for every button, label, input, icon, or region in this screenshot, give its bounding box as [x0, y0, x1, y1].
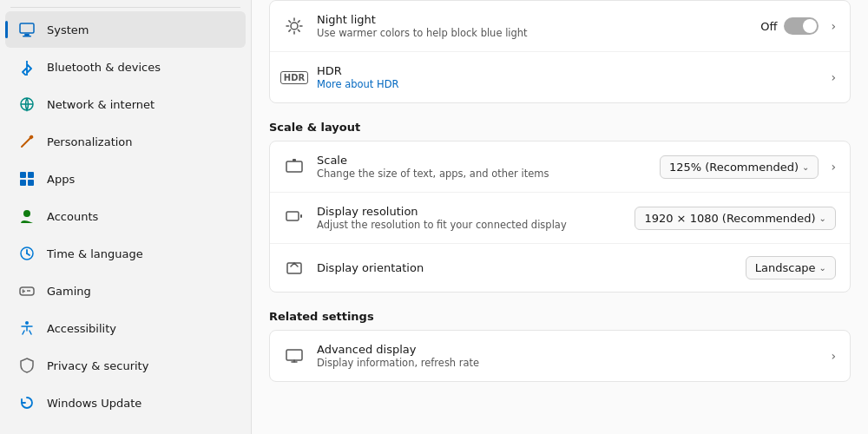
apps-icon — [17, 169, 36, 188]
advanced-display-title: Advanced display — [317, 343, 813, 356]
accessibility-icon — [17, 319, 36, 338]
display-orientation-title: Display orientation — [317, 261, 733, 274]
setting-row-scale[interactable]: ScaleChange the size of text, apps, and … — [270, 141, 850, 193]
display-orientation-dropdown[interactable]: Landscape⌄ — [746, 256, 836, 279]
sidebar-item-label-update: Windows Update — [47, 397, 141, 410]
svg-point-10 — [23, 210, 30, 217]
scale-chevron[interactable]: › — [831, 160, 836, 174]
advanced-display-subtitle: Display information, refresh rate — [317, 357, 813, 369]
display-resolution-dropdown-arrow: ⌄ — [819, 214, 826, 223]
display-resolution-dropdown[interactable]: 1920 × 1080 (Recommended)⌄ — [635, 207, 836, 230]
scale-dropdown-value: 125% (Recommended) — [669, 161, 799, 174]
sidebar-item-update[interactable]: Windows Update — [5, 385, 246, 421]
advanced-display-text: Advanced displayDisplay information, ref… — [317, 343, 813, 369]
setting-row-display-orientation[interactable]: Display orientationLandscape⌄ — [270, 244, 850, 292]
privacy-icon — [17, 356, 36, 375]
setting-row-advanced-display[interactable]: Advanced displayDisplay information, ref… — [270, 331, 850, 381]
section-label-scale-layout: Scale & layout — [269, 121, 851, 134]
hdr-icon: HDR — [284, 67, 305, 88]
advanced-display-icon — [284, 345, 305, 366]
sidebar-item-privacy[interactable]: Privacy & security — [5, 347, 246, 384]
scale-subtitle: Change the size of text, apps, and other… — [317, 168, 648, 180]
time-icon — [17, 244, 36, 263]
hdr-chevron[interactable]: › — [831, 70, 836, 84]
scale-dropdown[interactable]: 125% (Recommended)⌄ — [660, 155, 819, 179]
night-light-toggle[interactable] — [784, 17, 819, 35]
sidebar-item-time[interactable]: Time & language — [5, 235, 246, 272]
display-resolution-subtitle: Adjust the resolution to fit your connec… — [317, 219, 622, 231]
hdr-subtitle[interactable]: More about HDR — [317, 78, 813, 90]
display-orientation-dropdown-value: Landscape — [755, 261, 816, 274]
scale-title: Scale — [317, 154, 648, 167]
display-orientation-control[interactable]: Landscape⌄ — [746, 256, 836, 279]
svg-rect-31 — [286, 212, 299, 220]
sidebar-item-label-bluetooth: Bluetooth & devices — [47, 61, 161, 74]
setting-row-display-resolution[interactable]: Display resolutionAdjust the resolution … — [270, 193, 850, 244]
display-resolution-dropdown-value: 1920 × 1080 (Recommended) — [644, 212, 815, 225]
gaming-icon — [17, 281, 36, 300]
svg-rect-29 — [286, 161, 302, 172]
system-icon — [17, 20, 36, 39]
scale-icon — [284, 156, 305, 177]
svg-rect-6 — [20, 172, 26, 178]
hdr-title: HDR — [317, 64, 813, 77]
night-light-title: Night light — [317, 13, 748, 26]
night-light-subtitle: Use warmer colors to help block blue lig… — [317, 27, 748, 39]
svg-rect-32 — [300, 214, 302, 218]
sidebar-item-label-network: Network & internet — [47, 98, 155, 111]
sidebar-item-label-personalization: Personalization — [47, 135, 133, 148]
night-light-control[interactable]: Off› — [760, 17, 836, 35]
setting-row-hdr[interactable]: HDRHDRMore about HDR› — [270, 52, 850, 102]
display-orientation-dropdown-arrow: ⌄ — [819, 263, 826, 273]
night-light-text: Night lightUse warmer colors to help blo… — [317, 13, 748, 39]
bluetooth-icon — [17, 57, 36, 76]
svg-rect-0 — [20, 23, 34, 33]
scale-dropdown-arrow: ⌄ — [802, 162, 809, 172]
display-resolution-text: Display resolutionAdjust the resolution … — [317, 205, 622, 231]
sidebar-item-bluetooth[interactable]: Bluetooth & devices — [5, 49, 246, 85]
hdr-control[interactable]: › — [825, 70, 836, 84]
setting-row-night-light[interactable]: Night lightUse warmer colors to help blo… — [270, 1, 850, 52]
section-card-top-rows: Night lightUse warmer colors to help blo… — [269, 0, 851, 103]
svg-rect-8 — [20, 180, 26, 186]
update-icon — [17, 393, 36, 412]
svg-rect-14 — [20, 287, 34, 295]
sidebar-top-divider — [10, 7, 240, 8]
sidebar-item-personalization[interactable]: Personalization — [5, 123, 246, 160]
hdr-text: HDRMore about HDR — [317, 64, 813, 90]
network-icon — [17, 95, 36, 114]
night-light-toggle-label: Off — [760, 20, 777, 33]
svg-point-17 — [29, 290, 30, 292]
scale-control[interactable]: 125% (Recommended)⌄› — [660, 155, 836, 179]
sidebar-item-label-accessibility: Accessibility — [47, 322, 116, 335]
svg-point-19 — [25, 321, 29, 325]
main-content: Night lightUse warmer colors to help blo… — [252, 0, 868, 434]
sidebar-item-label-system: System — [47, 23, 89, 36]
sidebar-item-label-apps: Apps — [47, 173, 75, 186]
sidebar-item-apps[interactable]: Apps — [5, 161, 246, 197]
svg-rect-33 — [287, 263, 301, 273]
svg-line-26 — [298, 30, 299, 31]
display-resolution-control[interactable]: 1920 × 1080 (Recommended)⌄ — [635, 207, 836, 230]
svg-line-28 — [289, 30, 291, 31]
sidebar-item-system[interactable]: System — [5, 11, 246, 48]
display-resolution-icon — [284, 207, 305, 228]
svg-rect-2 — [23, 36, 31, 37]
advanced-display-control[interactable]: › — [825, 349, 836, 363]
sidebar-item-network[interactable]: Network & internet — [5, 86, 246, 122]
advanced-display-chevron[interactable]: › — [831, 349, 836, 363]
sidebar-item-accessibility[interactable]: Accessibility — [5, 310, 246, 346]
section-card-scale-layout: ScaleChange the size of text, apps, and … — [269, 141, 851, 293]
display-resolution-title: Display resolution — [317, 205, 622, 218]
scale-text: ScaleChange the size of text, apps, and … — [317, 154, 648, 180]
night-light-icon — [284, 16, 305, 36]
svg-point-18 — [27, 290, 29, 292]
svg-rect-9 — [28, 180, 34, 186]
section-card-related-settings: Advanced displayDisplay information, ref… — [269, 330, 851, 382]
night-light-chevron[interactable]: › — [831, 19, 836, 33]
svg-rect-34 — [286, 350, 302, 360]
sidebar-item-gaming[interactable]: Gaming — [5, 273, 246, 309]
sidebar-item-accounts[interactable]: Accounts — [5, 198, 246, 234]
section-label-related-settings: Related settings — [269, 310, 851, 323]
svg-rect-30 — [293, 159, 296, 161]
